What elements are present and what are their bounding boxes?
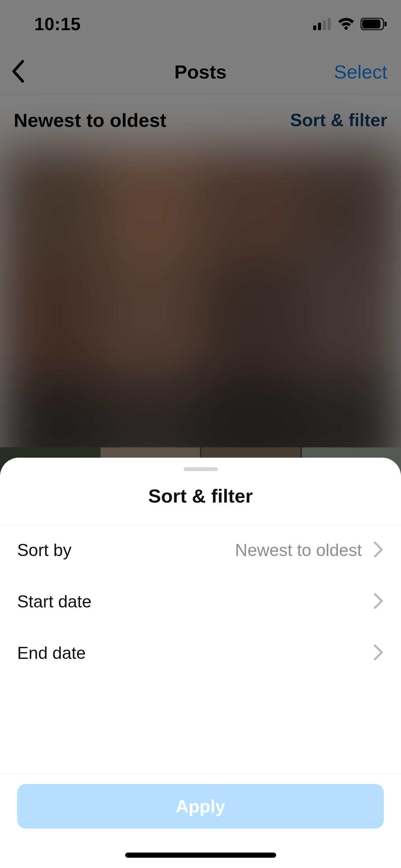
sort-by-label: Sort by bbox=[17, 540, 71, 560]
start-date-label: Start date bbox=[17, 592, 92, 612]
end-date-row[interactable]: End date bbox=[17, 627, 384, 679]
start-date-row[interactable]: Start date bbox=[17, 576, 384, 627]
sort-by-row[interactable]: Sort by Newest to oldest bbox=[17, 525, 384, 576]
chevron-right-icon bbox=[373, 644, 384, 662]
end-date-label: End date bbox=[17, 643, 86, 663]
chevron-right-icon bbox=[373, 593, 384, 611]
home-indicator[interactable] bbox=[125, 853, 276, 858]
sort-filter-sheet: Sort & filter Sort by Newest to oldest S… bbox=[0, 458, 401, 868]
sort-by-value: Newest to oldest bbox=[235, 540, 362, 560]
sheet-grabber[interactable] bbox=[184, 467, 218, 471]
apply-button[interactable]: Apply bbox=[17, 784, 384, 829]
sheet-title: Sort & filter bbox=[0, 485, 401, 525]
chevron-right-icon bbox=[373, 541, 384, 559]
